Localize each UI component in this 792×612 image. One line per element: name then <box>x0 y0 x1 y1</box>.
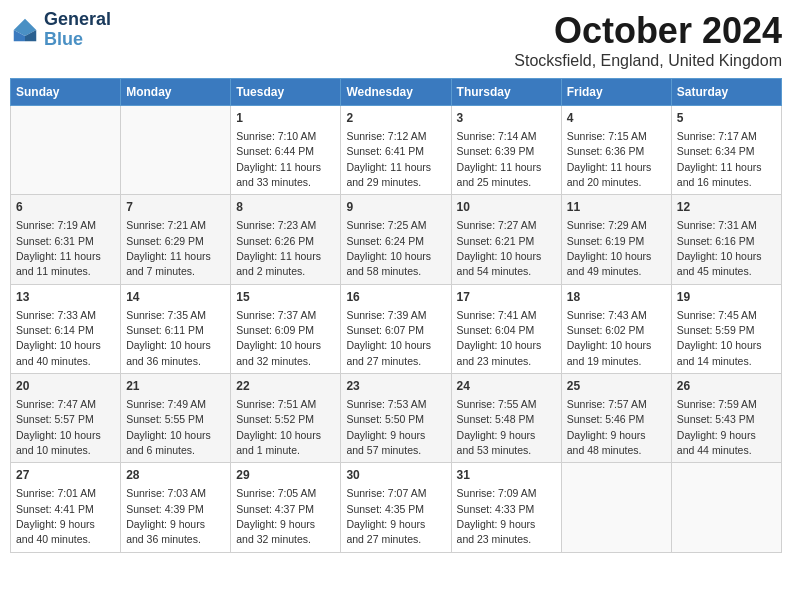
cell-sunrise: Sunrise: 7:25 AM <box>346 219 426 231</box>
calendar-cell <box>561 463 671 552</box>
day-number: 16 <box>346 289 445 306</box>
cell-sunrise: Sunrise: 7:57 AM <box>567 398 647 410</box>
day-number: 31 <box>457 467 556 484</box>
col-sunday: Sunday <box>11 79 121 106</box>
calendar-cell: 9 Sunrise: 7:25 AM Sunset: 6:24 PM Dayli… <box>341 195 451 284</box>
cell-daylight: Daylight: 10 hours and 6 minutes. <box>126 429 211 456</box>
cell-sunset: Sunset: 6:34 PM <box>677 145 755 157</box>
calendar-header: Sunday Monday Tuesday Wednesday Thursday… <box>11 79 782 106</box>
calendar-cell: 7 Sunrise: 7:21 AM Sunset: 6:29 PM Dayli… <box>121 195 231 284</box>
cell-sunrise: Sunrise: 7:49 AM <box>126 398 206 410</box>
cell-daylight: Daylight: 10 hours and 49 minutes. <box>567 250 652 277</box>
calendar-cell: 13 Sunrise: 7:33 AM Sunset: 6:14 PM Dayl… <box>11 284 121 373</box>
cell-daylight: Daylight: 10 hours and 23 minutes. <box>457 339 542 366</box>
day-number: 5 <box>677 110 776 127</box>
cell-sunset: Sunset: 4:39 PM <box>126 503 204 515</box>
cell-sunrise: Sunrise: 7:03 AM <box>126 487 206 499</box>
cell-daylight: Daylight: 9 hours and 36 minutes. <box>126 518 205 545</box>
calendar-cell: 26 Sunrise: 7:59 AM Sunset: 5:43 PM Dayl… <box>671 374 781 463</box>
calendar-cell: 18 Sunrise: 7:43 AM Sunset: 6:02 PM Dayl… <box>561 284 671 373</box>
cell-sunset: Sunset: 4:33 PM <box>457 503 535 515</box>
day-number: 7 <box>126 199 225 216</box>
day-number: 13 <box>16 289 115 306</box>
cell-daylight: Daylight: 10 hours and 14 minutes. <box>677 339 762 366</box>
calendar-week-row: 27 Sunrise: 7:01 AM Sunset: 4:41 PM Dayl… <box>11 463 782 552</box>
calendar-cell: 8 Sunrise: 7:23 AM Sunset: 6:26 PM Dayli… <box>231 195 341 284</box>
cell-daylight: Daylight: 9 hours and 40 minutes. <box>16 518 95 545</box>
day-number: 17 <box>457 289 556 306</box>
calendar-cell: 28 Sunrise: 7:03 AM Sunset: 4:39 PM Dayl… <box>121 463 231 552</box>
cell-daylight: Daylight: 11 hours and 33 minutes. <box>236 161 321 188</box>
cell-daylight: Daylight: 10 hours and 19 minutes. <box>567 339 652 366</box>
day-number: 24 <box>457 378 556 395</box>
cell-sunrise: Sunrise: 7:12 AM <box>346 130 426 142</box>
day-number: 30 <box>346 467 445 484</box>
day-number: 18 <box>567 289 666 306</box>
cell-sunset: Sunset: 6:31 PM <box>16 235 94 247</box>
cell-sunrise: Sunrise: 7:05 AM <box>236 487 316 499</box>
cell-daylight: Daylight: 9 hours and 44 minutes. <box>677 429 756 456</box>
cell-daylight: Daylight: 10 hours and 10 minutes. <box>16 429 101 456</box>
day-number: 11 <box>567 199 666 216</box>
cell-sunrise: Sunrise: 7:27 AM <box>457 219 537 231</box>
title-block: October 2024 Stocksfield, England, Unite… <box>514 10 782 70</box>
cell-sunrise: Sunrise: 7:51 AM <box>236 398 316 410</box>
day-number: 21 <box>126 378 225 395</box>
cell-sunset: Sunset: 6:02 PM <box>567 324 645 336</box>
day-number: 12 <box>677 199 776 216</box>
day-number: 6 <box>16 199 115 216</box>
calendar-cell: 29 Sunrise: 7:05 AM Sunset: 4:37 PM Dayl… <box>231 463 341 552</box>
cell-sunset: Sunset: 6:39 PM <box>457 145 535 157</box>
calendar-cell: 21 Sunrise: 7:49 AM Sunset: 5:55 PM Dayl… <box>121 374 231 463</box>
cell-sunrise: Sunrise: 7:31 AM <box>677 219 757 231</box>
col-wednesday: Wednesday <box>341 79 451 106</box>
cell-sunset: Sunset: 6:44 PM <box>236 145 314 157</box>
cell-sunrise: Sunrise: 7:47 AM <box>16 398 96 410</box>
calendar-cell <box>11 106 121 195</box>
cell-daylight: Daylight: 9 hours and 32 minutes. <box>236 518 315 545</box>
cell-sunrise: Sunrise: 7:39 AM <box>346 309 426 321</box>
calendar-cell: 20 Sunrise: 7:47 AM Sunset: 5:57 PM Dayl… <box>11 374 121 463</box>
logo: General Blue <box>10 10 111 50</box>
calendar-cell: 10 Sunrise: 7:27 AM Sunset: 6:21 PM Dayl… <box>451 195 561 284</box>
col-tuesday: Tuesday <box>231 79 341 106</box>
cell-daylight: Daylight: 10 hours and 54 minutes. <box>457 250 542 277</box>
day-number: 9 <box>346 199 445 216</box>
calendar-cell: 25 Sunrise: 7:57 AM Sunset: 5:46 PM Dayl… <box>561 374 671 463</box>
calendar-cell: 16 Sunrise: 7:39 AM Sunset: 6:07 PM Dayl… <box>341 284 451 373</box>
cell-daylight: Daylight: 10 hours and 58 minutes. <box>346 250 431 277</box>
cell-daylight: Daylight: 9 hours and 23 minutes. <box>457 518 536 545</box>
cell-daylight: Daylight: 10 hours and 27 minutes. <box>346 339 431 366</box>
calendar-cell: 27 Sunrise: 7:01 AM Sunset: 4:41 PM Dayl… <box>11 463 121 552</box>
cell-sunrise: Sunrise: 7:10 AM <box>236 130 316 142</box>
col-thursday: Thursday <box>451 79 561 106</box>
cell-daylight: Daylight: 10 hours and 32 minutes. <box>236 339 321 366</box>
logo-text: General Blue <box>44 10 111 50</box>
cell-sunset: Sunset: 6:19 PM <box>567 235 645 247</box>
cell-daylight: Daylight: 9 hours and 57 minutes. <box>346 429 425 456</box>
cell-sunset: Sunset: 5:50 PM <box>346 413 424 425</box>
calendar-table: Sunday Monday Tuesday Wednesday Thursday… <box>10 78 782 553</box>
cell-sunrise: Sunrise: 7:17 AM <box>677 130 757 142</box>
cell-daylight: Daylight: 11 hours and 29 minutes. <box>346 161 431 188</box>
cell-sunrise: Sunrise: 7:21 AM <box>126 219 206 231</box>
day-number: 4 <box>567 110 666 127</box>
cell-sunset: Sunset: 6:41 PM <box>346 145 424 157</box>
calendar-cell: 5 Sunrise: 7:17 AM Sunset: 6:34 PM Dayli… <box>671 106 781 195</box>
calendar-cell <box>671 463 781 552</box>
day-number: 23 <box>346 378 445 395</box>
cell-sunset: Sunset: 6:26 PM <box>236 235 314 247</box>
cell-sunrise: Sunrise: 7:29 AM <box>567 219 647 231</box>
cell-daylight: Daylight: 10 hours and 45 minutes. <box>677 250 762 277</box>
calendar-cell: 4 Sunrise: 7:15 AM Sunset: 6:36 PM Dayli… <box>561 106 671 195</box>
calendar-cell: 6 Sunrise: 7:19 AM Sunset: 6:31 PM Dayli… <box>11 195 121 284</box>
month-title: October 2024 <box>514 10 782 52</box>
header-row: Sunday Monday Tuesday Wednesday Thursday… <box>11 79 782 106</box>
cell-sunrise: Sunrise: 7:14 AM <box>457 130 537 142</box>
calendar-week-row: 6 Sunrise: 7:19 AM Sunset: 6:31 PM Dayli… <box>11 195 782 284</box>
cell-sunset: Sunset: 6:11 PM <box>126 324 204 336</box>
cell-sunset: Sunset: 6:04 PM <box>457 324 535 336</box>
cell-sunset: Sunset: 4:37 PM <box>236 503 314 515</box>
cell-daylight: Daylight: 11 hours and 11 minutes. <box>16 250 101 277</box>
cell-daylight: Daylight: 10 hours and 1 minute. <box>236 429 321 456</box>
